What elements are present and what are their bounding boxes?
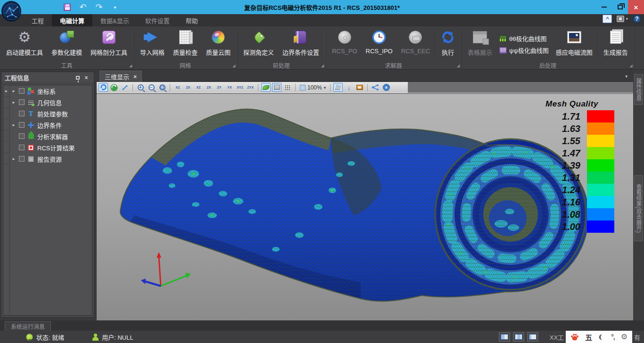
checkbox[interactable] [19, 99, 25, 105]
tree-item-coordinate-system[interactable]: ▸ 坐标系 [10, 85, 92, 97]
dialog-launcher-icon[interactable]: ◢ [630, 64, 633, 68]
layout-left-button[interactable] [499, 332, 510, 342]
zoom-out-button[interactable]: − [147, 83, 156, 92]
dialog-launcher-icon[interactable]: ◢ [129, 64, 132, 68]
view-orientation-button[interactable]: XZ [173, 83, 182, 92]
tree-item-rcs-results[interactable]: RCS计算结果 [10, 142, 92, 153]
tree-item-preprocess-params[interactable]: T 前处理参数 [10, 108, 92, 119]
ime-mode-button[interactable]: 五 [585, 332, 592, 342]
tab-data-display[interactable]: 数据&显示 [92, 14, 137, 26]
zoom-in-button[interactable]: + [136, 83, 145, 92]
wireframe-button[interactable] [283, 83, 292, 92]
app-logo[interactable] [1, 1, 21, 22]
quality-cloudmap-button[interactable]: 质量云图 [202, 28, 235, 61]
tab-view-results[interactable]: 查看结果(双击展开) [634, 175, 643, 241]
generate-report-button[interactable]: 生成报告 [599, 28, 632, 61]
tab-3d-display[interactable]: 三维显示 × [99, 71, 142, 82]
tab-list-dropdown[interactable]: ▾ [625, 74, 627, 79]
view-orientation-button[interactable]: ZYX [246, 83, 255, 92]
theta-polarization-curve-button[interactable]: θθ极化曲线图 [499, 34, 549, 43]
table-display-button[interactable]: 表格展示 [463, 28, 496, 61]
tree-gutter: ▸ [3, 85, 10, 315]
rotate-view-button[interactable] [99, 83, 108, 92]
3d-canvas[interactable]: Mesh Quality 1.711.631.551.471.391.311.2… [97, 94, 633, 320]
view-orientation-button[interactable]: YX [225, 83, 234, 92]
network-sphere-icon [2, 1, 21, 22]
tab-project[interactable]: 工程 [24, 14, 52, 26]
paw-icon[interactable] [570, 333, 579, 341]
tree-item-boundary-conditions[interactable]: ▸ 边界条件 [10, 119, 92, 131]
checkbox[interactable] [19, 145, 25, 150]
status-ready: 状态: 就绪 [26, 333, 64, 342]
layout-center-button[interactable] [513, 332, 524, 342]
tree-item-geometry-info[interactable]: ▸ 几何信息 [10, 97, 92, 108]
tree-item-analysis-solver[interactable]: 分析求解器 [10, 131, 92, 142]
expander-icon[interactable]: ▸ [11, 100, 17, 105]
moon-icon[interactable] [598, 334, 605, 341]
view-orientation-button[interactable]: ZX [204, 83, 214, 92]
view-orientation-button[interactable]: XZ [194, 83, 203, 92]
checkbox[interactable] [19, 156, 25, 162]
induced-em-current-map-button[interactable]: 感应电磁流图 [552, 28, 597, 61]
dialog-launcher-icon[interactable]: ◢ [321, 64, 324, 68]
rcs-po-button[interactable]: RCS_PO [328, 28, 361, 61]
checkbox[interactable] [19, 88, 25, 94]
punctuation-button[interactable]: °, [611, 333, 615, 341]
tab-property-info[interactable]: 属性信息 [634, 74, 643, 105]
tab-system-messages[interactable]: 系统运行消息 [5, 321, 51, 331]
close-view-button[interactable]: × [381, 83, 391, 92]
zoom-fit-button[interactable]: ⊡ [157, 83, 167, 92]
flat-shading-button[interactable] [272, 83, 281, 92]
ui-style-button[interactable]: ▾ [617, 16, 628, 22]
pan-view-button[interactable] [120, 83, 130, 92]
import-mesh-button[interactable]: 导入网格 [136, 28, 169, 61]
checkbox[interactable] [19, 133, 25, 139]
rcs-ipo-button[interactable]: RCS_IPO [362, 28, 397, 61]
ime-settings-button[interactable]: ⚙ [621, 333, 627, 341]
view-orientation-button[interactable]: ZX [183, 83, 193, 92]
layout-right-button[interactable] [527, 332, 538, 342]
tab-software-settings[interactable]: 软件设置 [137, 14, 178, 26]
close-button[interactable]: × [628, 0, 644, 14]
expander-icon[interactable]: ▸ [11, 89, 17, 93]
tab-help[interactable]: 帮助 [178, 14, 206, 26]
help-button[interactable]: ? [633, 15, 641, 23]
detection-angle-button[interactable]: 探测角定义 [239, 28, 278, 61]
checkbox[interactable] [19, 111, 25, 116]
pin-panel-button[interactable] [74, 74, 82, 82]
zoom-level-select[interactable]: 100% ▾ [298, 84, 327, 91]
legend-swatch [587, 159, 614, 172]
scene-gallery-button[interactable] [355, 83, 364, 92]
dialog-launcher-icon[interactable]: ◢ [457, 64, 460, 68]
launch-modeling-tool-button[interactable]: ⚙ 启动建模工具 [2, 28, 47, 61]
psi-polarization-curve-button[interactable]: ψψ极化曲线图 [499, 46, 549, 55]
collapse-ribbon-button[interactable]: ^ [603, 15, 612, 23]
table-icon [473, 31, 487, 43]
flow-display-button[interactable] [371, 83, 380, 92]
tab-close-icon[interactable]: × [133, 74, 137, 80]
restore-button[interactable] [612, 0, 628, 14]
view-orientation-button[interactable]: ZY [215, 83, 224, 92]
view-orientation-button[interactable]: XYZ [235, 83, 245, 92]
boundary-condition-settings-button[interactable]: 边界条件设置 [278, 28, 323, 61]
minimize-button[interactable] [596, 0, 612, 14]
expander-icon[interactable]: ▸ [11, 156, 17, 161]
execute-button[interactable]: 执行 [437, 28, 459, 61]
project-info-panel: 工程信息 × ▸ ▸ 坐标系 ▸ [1, 72, 94, 318]
purple-chart-icon [499, 47, 507, 54]
tab-em-computation[interactable]: 电磁计算 [52, 14, 92, 26]
mesh-partition-tool-button[interactable]: 网格剖分工具 [86, 28, 132, 61]
quality-check-button[interactable]: 质量检查 [169, 28, 202, 61]
parametric-modeling-button[interactable]: 参数化建模 [47, 28, 86, 61]
refresh-view-button[interactable] [109, 83, 119, 92]
share-flow-icon [372, 84, 379, 90]
drop-view-button[interactable]: ↓ [344, 83, 354, 92]
tree-item-report-resources[interactable]: ▸ 报告资源 [10, 153, 92, 164]
expander-icon[interactable]: ▸ [11, 122, 17, 127]
checkbox[interactable] [19, 122, 25, 128]
rcs-eec-button[interactable]: RCS_EEC [397, 28, 434, 61]
dialog-launcher-icon[interactable]: ◢ [232, 64, 235, 68]
smooth-shading-button[interactable] [261, 83, 271, 92]
close-panel-button[interactable]: × [82, 74, 91, 82]
clip-plane-button[interactable] [333, 83, 343, 92]
